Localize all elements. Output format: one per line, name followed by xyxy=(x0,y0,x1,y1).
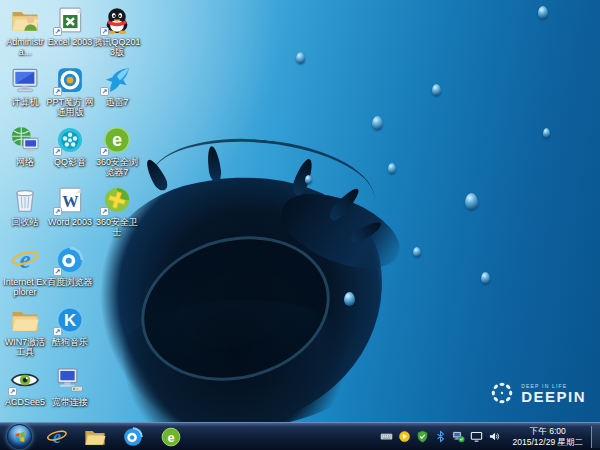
water-droplet xyxy=(305,175,312,184)
baidu-browser-icon xyxy=(122,426,144,448)
acdsee-eye-icon: ↗ xyxy=(10,365,40,395)
recycle-bin-icon xyxy=(10,185,40,215)
shortcut-arrow-icon: ↗ xyxy=(53,207,62,216)
water-droplet xyxy=(413,247,421,257)
qq-player-icon: ↗ xyxy=(55,125,85,155)
svg-text:W: W xyxy=(62,193,78,211)
tray-360-antivirus[interactable] xyxy=(398,430,412,444)
shortcut-arrow-icon: ↗ xyxy=(100,27,109,36)
desktop-icon-label: Internet Explorer xyxy=(1,277,49,297)
shortcut-arrow-icon: ↗ xyxy=(100,147,109,156)
desktop-icon-label: 360安全卫士 xyxy=(93,217,141,237)
tray-shield-icon xyxy=(416,430,429,443)
desktop-icon-word[interactable]: W↗Word 2003 xyxy=(46,185,94,245)
volume-icon xyxy=(488,430,501,443)
tray-input-language[interactable] xyxy=(380,430,394,444)
desktop-icon-label: 腾讯QQ2013版 xyxy=(93,37,141,57)
desktop-icon-label: 酷狗音乐 xyxy=(52,337,88,347)
excel-icon: ↗ xyxy=(55,5,85,35)
folder-icon xyxy=(10,305,40,335)
desktop-icon-recycle-bin[interactable]: 回收站 xyxy=(1,185,49,245)
shortcut-arrow-icon: ↗ xyxy=(8,387,17,396)
taskbar-button-windows-explorer[interactable] xyxy=(83,425,107,449)
taskbar-button-baidu-browser[interactable] xyxy=(121,425,145,449)
tray-display-switch[interactable] xyxy=(470,430,484,444)
network-globe-icon xyxy=(10,125,40,155)
tray-network-status[interactable] xyxy=(452,430,466,444)
desktop-icon-column-1: Administra...计算机网络回收站eInternet ExplorerW… xyxy=(1,5,49,425)
shortcut-arrow-icon: ↗ xyxy=(53,327,62,336)
baidu-browser-icon: ↗ xyxy=(55,245,85,275)
taskbar-pinned-apps: ee xyxy=(45,425,183,449)
water-droplet xyxy=(543,128,550,138)
desktop-icon-ppt[interactable]: ↗PPT魔方 网通用版 xyxy=(46,65,94,125)
deepin-name: DEEPIN xyxy=(521,389,586,404)
safe360-icon: ↗ xyxy=(102,185,132,215)
start-button[interactable] xyxy=(7,424,32,449)
desktop-icon-label: ACDSee5 xyxy=(5,397,45,407)
desktop-icon-network-globe[interactable]: 网络 xyxy=(1,125,49,185)
deepin-branding: DEEP IN LIFE DEEPIN xyxy=(489,380,586,406)
svg-text:K: K xyxy=(64,311,77,330)
show-desktop-button[interactable] xyxy=(591,426,600,448)
desktop-icon-label: 360安全浏览器7 xyxy=(93,157,141,177)
tray-volume[interactable] xyxy=(488,430,502,444)
desktop-icon-label: QQ影音 xyxy=(54,157,86,167)
desktop-icon-qq-player[interactable]: ↗QQ影音 xyxy=(46,125,94,185)
desktop-icon-kugou[interactable]: K↗酷狗音乐 xyxy=(46,305,94,365)
desktop-icon-baidu-browser[interactable]: ↗百度浏览器 xyxy=(46,245,94,305)
desktop-icon-label: Administra... xyxy=(1,37,49,57)
desktop-icon-folder[interactable]: WIN7激活工具 xyxy=(1,305,49,365)
svg-text:e: e xyxy=(112,130,122,150)
desktop-icon-acdsee-eye[interactable]: ↗ACDSee5 xyxy=(1,365,49,425)
water-droplet xyxy=(538,6,548,19)
deepin-logo-icon xyxy=(489,380,515,406)
desktop-icon-thunder[interactable]: ↗迅雷7 xyxy=(93,65,141,125)
taskbar-clock[interactable]: 下午 6:00 2015/12/29 星期二 xyxy=(513,426,583,448)
computer-icon xyxy=(10,65,40,95)
display-icon xyxy=(470,430,483,443)
taskbar: ee 下午 6:00 2015/12/29 星期二 xyxy=(0,422,600,450)
desktop-icon-excel[interactable]: ↗Excel 2003 xyxy=(46,5,94,65)
browser360-icon: e↗ xyxy=(102,125,132,155)
computer-icon xyxy=(10,65,40,95)
desktop-icon-safe360[interactable]: ↗360安全卫士 xyxy=(93,185,141,245)
desktop-screen: Administra...计算机网络回收站eInternet ExplorerW… xyxy=(0,0,600,450)
desktop-icon-computer[interactable]: 计算机 xyxy=(1,65,49,125)
desktop-icon-column-3: ↗腾讯QQ2013版↗迅雷7e↗360安全浏览器7↗360安全卫士 xyxy=(93,5,141,245)
taskbar-button-360-browser[interactable]: e xyxy=(159,425,183,449)
desktop-icon-broadband[interactable]: 宽带连接 xyxy=(46,365,94,425)
antivirus-orb-icon xyxy=(398,430,411,443)
admin-folder-icon xyxy=(10,5,40,35)
ie-icon: e xyxy=(10,245,40,275)
explorer-folder-icon xyxy=(84,426,106,448)
desktop-icon-label: 计算机 xyxy=(12,97,39,107)
desktop-icon-qq[interactable]: ↗腾讯QQ2013版 xyxy=(93,5,141,65)
water-droplet xyxy=(465,193,478,210)
tray-360-safe[interactable] xyxy=(416,430,430,444)
desktop-icon-label: Excel 2003 xyxy=(48,37,93,47)
ie-icon: e xyxy=(10,245,40,275)
taskbar-button-internet-explorer[interactable]: e xyxy=(45,425,69,449)
water-droplet xyxy=(372,116,383,130)
thunder-icon: ↗ xyxy=(102,65,132,95)
desktop-icon-label: 百度浏览器 xyxy=(48,277,93,287)
water-droplet xyxy=(296,52,305,64)
desktop-icon-label: PPT魔方 网通用版 xyxy=(46,97,94,117)
desktop-icon-label: 迅雷7 xyxy=(105,97,128,107)
svg-text:e: e xyxy=(19,246,30,273)
network-status-icon xyxy=(452,430,465,443)
desktop-icon-column-2: ↗Excel 2003↗PPT魔方 网通用版↗QQ影音W↗Word 2003↗百… xyxy=(46,5,94,425)
shortcut-arrow-icon: ↗ xyxy=(100,207,109,216)
recycle-bin-icon xyxy=(10,185,40,215)
svg-text:e: e xyxy=(167,429,174,444)
tray-bluetooth[interactable] xyxy=(434,430,448,444)
network-globe-icon xyxy=(10,125,40,155)
shortcut-arrow-icon: ↗ xyxy=(53,267,62,276)
desktop-icon-label: WIN7激活工具 xyxy=(1,337,49,357)
clock-date: 2015/12/29 星期二 xyxy=(513,437,583,448)
desktop-icon-browser360[interactable]: e↗360安全浏览器7 xyxy=(93,125,141,185)
system-tray: 下午 6:00 2015/12/29 星期二 xyxy=(380,426,600,448)
desktop-icon-admin-folder[interactable]: Administra... xyxy=(1,5,49,65)
desktop-icon-ie[interactable]: eInternet Explorer xyxy=(1,245,49,305)
